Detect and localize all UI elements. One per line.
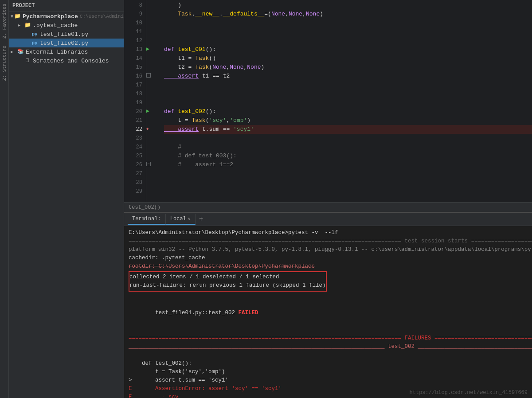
line-num-active: 22: [124, 125, 142, 134]
line-num: 13: [124, 45, 142, 54]
tree-item-pytest-cache[interactable]: 📁 .pytest_cache: [9, 21, 124, 30]
tree-item-test-file01[interactable]: py test_file01.py: [9, 30, 124, 39]
local-label: Local: [170, 216, 186, 222]
code-line-24: #: [164, 143, 532, 152]
line-num: 11: [124, 27, 142, 36]
code-line-15: t2 = Task(None,None,None): [164, 63, 532, 72]
term-blank-3: [129, 351, 528, 359]
left-edge-panel: 2. Favorites Z: Structure: [0, 0, 9, 398]
run-gutter-20[interactable]: ▶: [146, 106, 160, 115]
watermark: https://blog.csdn.net/weixin_41597669: [410, 388, 528, 396]
line-numbers: 8 9 10 11 12 13 14 15 16 17 18 19 20 21 …: [124, 0, 146, 202]
term-rootdir-line: rootdir: C:\Users\Administrator\Desktop\…: [129, 262, 528, 271]
line-num: 15: [124, 63, 142, 72]
line-num: 25: [124, 152, 142, 160]
tree-item-label: test_file01.py: [40, 31, 88, 38]
code-line-14: t1 = Task(): [164, 54, 532, 63]
term-def-line: def test_002():: [129, 359, 528, 368]
line-num: 10: [124, 19, 142, 27]
folder-icon: 📁: [14, 13, 21, 20]
term-collected-line: collected 2 items / 1 deselected / 1 sel…: [129, 273, 326, 281]
term-blank-2: [129, 326, 528, 334]
code-editor[interactable]: ) Task.__new__.__defaults__=(None,None,N…: [160, 0, 532, 202]
line-num: 29: [124, 187, 142, 196]
term-platform-line: platform win32 -- Python 3.7.5, pytest-5…: [129, 246, 528, 254]
test-name: test_file01.py::test_002: [155, 310, 239, 316]
line-num: 8: [124, 1, 142, 10]
term-cmd-line: C:\Users\Administrator\Desktop\Pycharmwo…: [129, 229, 528, 237]
term-failed-line: test_file01.py::test_002 FAILED: [129, 300, 528, 326]
term-cachedir-line: cachedir: .pytest_cache: [129, 254, 528, 262]
fold-gutter-16[interactable]: −: [146, 71, 160, 80]
terminal-panel: Terminal: Local ∨ + C:\Users\Administrat…: [124, 212, 532, 398]
code-line-26: # assert 1==2: [164, 160, 532, 169]
line-num: 14: [124, 54, 142, 63]
line-num: 9: [124, 10, 142, 19]
code-line-12: [164, 36, 532, 45]
term-sep-line: ========================================…: [129, 237, 528, 246]
dropdown-icon: ∨: [188, 216, 191, 222]
line-num: 23: [124, 134, 142, 143]
code-line-8: ): [164, 1, 532, 10]
line-num: 26: [124, 160, 142, 169]
test-name-sep-line: ________________________________________…: [129, 343, 528, 351]
add-tab-button[interactable]: +: [196, 214, 207, 225]
run-gutter-13[interactable]: ▶: [146, 44, 160, 53]
line-num: 19: [124, 98, 142, 107]
terminal-tab[interactable]: Terminal:: [128, 214, 166, 225]
code-line-22: assert t.sum == 'scy1': [164, 125, 532, 134]
watermark-text: https://blog.csdn.net/weixin_41597669: [410, 390, 528, 396]
term-arrow-assert-line: > assert t.sum == 'scy1': [129, 376, 528, 385]
scratches-icon: 🗒: [24, 57, 31, 64]
code-line-23: [164, 134, 532, 143]
terminal-label: Terminal:: [132, 216, 161, 222]
py-file-icon: py: [31, 31, 38, 38]
code-line-10: [164, 19, 532, 27]
sidebar-header: Project: [9, 0, 124, 12]
failures-sep-line: ========================================…: [129, 334, 528, 343]
line-num: 18: [124, 90, 142, 98]
code-line-16: assert t1 == t2: [164, 72, 532, 81]
tree-item-pycharmworkplace[interactable]: 📁 Pycharmworkplace C:\Users\Administrato…: [9, 12, 124, 21]
editor-footer: test_002(): [124, 202, 532, 212]
structure-tab[interactable]: Z: Structure: [1, 42, 8, 84]
line-num: 28: [124, 178, 142, 187]
arrow-icon: [11, 49, 16, 55]
term-task-line: t = Task('scy','omp'): [129, 368, 528, 376]
code-line-29: [164, 187, 532, 196]
tree-item-label: .pytest_cache: [33, 22, 78, 29]
editor-footer-text: test_002(): [129, 204, 160, 211]
tree-item-test-file02[interactable]: py test_file02.py: [9, 39, 124, 47]
project-sidebar: Project 📁 Pycharmworkplace C:\Users\Admi…: [9, 0, 124, 398]
arrow-icon: [11, 14, 13, 19]
scratches-label: Scratches and Consoles: [33, 58, 109, 64]
tree-item-label: Pycharmworkplace: [23, 13, 78, 20]
editor-area: 8 9 10 11 12 13 14 15 16 17 18 19 20 21 …: [124, 0, 532, 202]
code-line-13: def test_001():: [164, 45, 532, 54]
terminal-content[interactable]: C:\Users\Administrator\Desktop\Pycharmwo…: [124, 226, 532, 398]
lib-icon: 📚: [17, 48, 24, 55]
code-line-25: # def test_003():: [164, 152, 532, 160]
code-line-19: [164, 98, 532, 107]
code-line-27: [164, 169, 532, 178]
local-tab[interactable]: Local ∨: [166, 214, 196, 225]
line-num: 16: [124, 72, 142, 81]
tree-item-scratches[interactable]: 🗒 Scratches and Consoles: [9, 56, 124, 65]
line-num: 20: [124, 107, 142, 116]
py-file-icon: py: [31, 39, 38, 47]
term-rerun-line: run-last-failure: rerun previous 1 failu…: [129, 281, 326, 290]
fold-gutter-26[interactable]: −: [146, 160, 160, 168]
line-num: 21: [124, 116, 142, 125]
code-line-17: [164, 81, 532, 90]
code-line-20: def test_002():: [164, 107, 532, 116]
folder-icon: 📁: [24, 22, 31, 29]
code-line-28: [164, 178, 532, 187]
terminal-tabs-bar: Terminal: Local ∨ +: [124, 213, 532, 226]
gutter: ▶ − ▶ ◆ −: [146, 0, 160, 202]
line-num: 27: [124, 169, 142, 178]
sidebar-title: Project: [12, 3, 35, 9]
favorites-tab[interactable]: 2. Favorites: [1, 0, 8, 42]
tree-item-external-libraries[interactable]: 📚 External Libraries: [9, 47, 124, 56]
code-line-21: t = Task('scy','omp'): [164, 116, 532, 125]
code-line-9: Task.__new__.__defaults__=(None,None,Non…: [164, 10, 532, 19]
